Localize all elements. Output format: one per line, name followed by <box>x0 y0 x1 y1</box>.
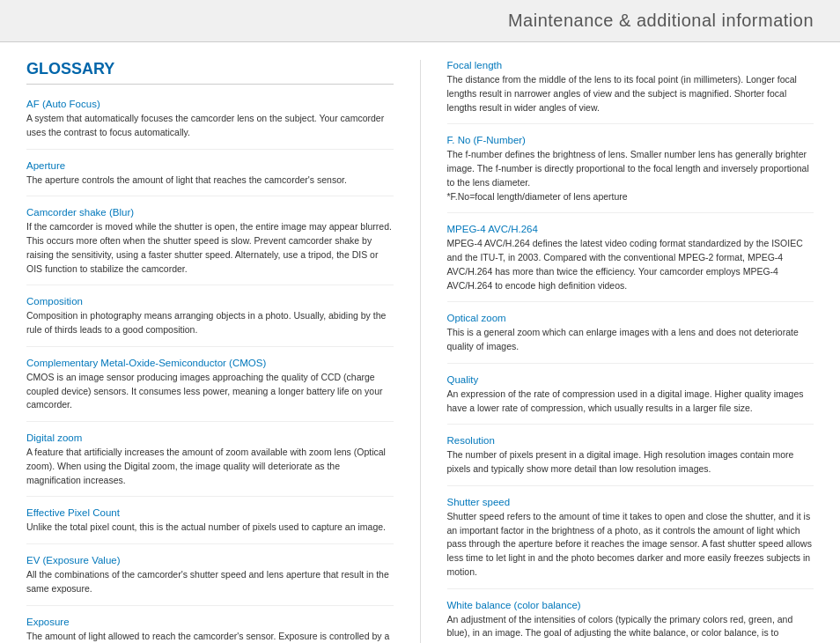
glossary-entry: F. No (F-Number)The f-number defines the… <box>447 135 814 213</box>
term-title: Composition <box>26 296 394 307</box>
term-body: An adjustment of the intensities of colo… <box>447 613 814 644</box>
term-title: Effective Pixel Count <box>26 507 394 518</box>
glossary-entry: Shutter speedShutter speed refers to the… <box>447 497 814 589</box>
left-entries-container: AF (Auto Focus)A system that automatical… <box>26 99 394 643</box>
glossary-entry: Camcorder shake (Blur)If the camcorder i… <box>26 207 394 285</box>
term-title: Camcorder shake (Blur) <box>26 207 394 218</box>
glossary-entry: Optical zoomThis is a general zoom which… <box>447 313 814 364</box>
glossary-entry: Complementary Metal-Oxide-Semiconductor … <box>26 358 394 422</box>
page-title: Maintenance & additional information <box>0 11 814 31</box>
term-title: Optical zoom <box>447 313 814 323</box>
glossary-entry: ExposureThe amount of light allowed to r… <box>26 617 394 644</box>
page-header: Maintenance & additional information <box>0 0 840 42</box>
term-title: Shutter speed <box>447 497 814 507</box>
term-title: EV (Exposure Value) <box>26 555 394 565</box>
section-title: GLOSSARY <box>26 60 394 85</box>
term-title: Aperture <box>26 160 394 171</box>
glossary-entry: Digital zoomA feature that artificially … <box>26 432 394 497</box>
glossary-entry: AF (Auto Focus)A system that automatical… <box>26 99 394 150</box>
glossary-entry: CompositionComposition in photography me… <box>26 296 394 347</box>
term-body: This is a general zoom which can enlarge… <box>447 326 814 354</box>
term-title: Resolution <box>447 435 814 446</box>
right-entries-container: Focal lengthThe distance from the middle… <box>447 60 814 643</box>
term-title: F. No (F-Number) <box>447 135 814 145</box>
right-column: Focal lengthThe distance from the middle… <box>420 60 814 643</box>
term-body: The aperture controls the amount of ligh… <box>26 174 394 188</box>
term-body: CMOS is an image sensor producing images… <box>26 371 394 412</box>
left-column: GLOSSARY AF (Auto Focus)A system that au… <box>26 60 394 643</box>
content-area: GLOSSARY AF (Auto Focus)A system that au… <box>0 42 840 643</box>
term-body: A system that automatically focuses the … <box>26 112 394 140</box>
term-title: Exposure <box>26 617 394 627</box>
glossary-entry: EV (Exposure Value)All the combinations … <box>26 555 394 606</box>
glossary-entry: Effective Pixel CountUnlike the total pi… <box>26 507 394 544</box>
term-title: Focal length <box>447 60 814 70</box>
term-title: White balance (color balance) <box>447 600 814 610</box>
term-body: A feature that artificially increases th… <box>26 446 394 487</box>
glossary-entry: White balance (color balance)An adjustme… <box>447 600 814 644</box>
term-body: If the camcorder is moved while the shut… <box>26 220 394 276</box>
term-title: Complementary Metal-Oxide-Semiconductor … <box>26 358 394 368</box>
term-body: The number of pixels present in a digita… <box>447 448 814 477</box>
term-body: An expression of the rate of compression… <box>447 388 814 416</box>
term-body: The distance from the middle of the lens… <box>447 73 814 115</box>
glossary-entry: Focal lengthThe distance from the middle… <box>447 60 814 124</box>
term-title: Quality <box>447 374 814 385</box>
term-body: Unlike the total pixel count, this is th… <box>26 521 394 535</box>
term-body: Shutter speed refers to the amount of ti… <box>447 510 814 580</box>
term-title: MPEG-4 AVC/H.264 <box>447 224 814 234</box>
term-body: Composition in photography means arrangi… <box>26 309 394 337</box>
glossary-entry: MPEG-4 AVC/H.264MPEG-4 AVC/H.264 defines… <box>447 224 814 302</box>
term-title: Digital zoom <box>26 432 394 443</box>
glossary-entry: QualityAn expression of the rate of comp… <box>447 374 814 425</box>
term-body: MPEG-4 AVC/H.264 defines the latest vide… <box>447 237 814 292</box>
term-body: All the combinations of the camcorder's … <box>26 568 394 596</box>
term-body: The amount of light allowed to reach the… <box>26 630 394 644</box>
glossary-entry: ApertureThe aperture controls the amount… <box>26 160 394 197</box>
glossary-entry: ResolutionThe number of pixels present i… <box>447 435 814 486</box>
term-title: AF (Auto Focus) <box>26 99 394 109</box>
term-body: The f-number defines the brightness of l… <box>447 148 814 203</box>
